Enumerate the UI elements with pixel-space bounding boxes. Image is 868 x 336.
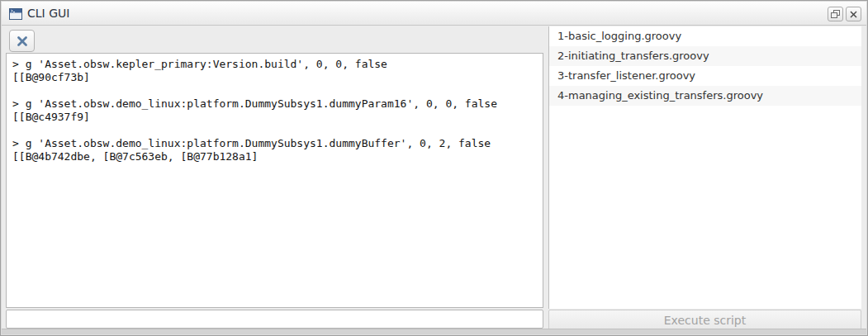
execute-script-button[interactable]: Execute script (548, 310, 861, 330)
x-clear-icon (17, 35, 28, 47)
script-list-item[interactable]: 1-basic_logging.groovy (549, 26, 861, 46)
terminal-window-icon (9, 7, 22, 21)
titlebar[interactable]: CLI GUI (2, 2, 866, 26)
status-strip (2, 329, 866, 334)
script-list: 1-basic_logging.groovy 2-initiating_tran… (548, 26, 861, 309)
console-output[interactable]: > g 'Asset.obsw.kepler_primary:Version.b… (6, 53, 543, 308)
clear-console-button[interactable] (9, 30, 35, 52)
script-list-item[interactable]: 2-initiating_transfers.groovy (549, 46, 861, 66)
script-list-item[interactable]: 3-transfer_listener.groovy (549, 66, 861, 86)
script-list-item[interactable]: 4-managing_existing_transfers.groovy (549, 86, 861, 106)
float-window-icon (831, 10, 840, 18)
close-icon (850, 11, 857, 18)
close-window-button[interactable] (846, 7, 861, 21)
console-text: > g 'Asset.obsw.kepler_primary:Version.b… (12, 58, 537, 163)
window-title: CLI GUI (27, 2, 69, 26)
cli-gui-window: CLI GUI > g 'Asset.obs (0, 0, 868, 336)
window-frame: CLI GUI > g 'Asset.obs (0, 0, 868, 336)
command-input[interactable] (6, 310, 543, 329)
float-window-button[interactable] (828, 7, 843, 21)
